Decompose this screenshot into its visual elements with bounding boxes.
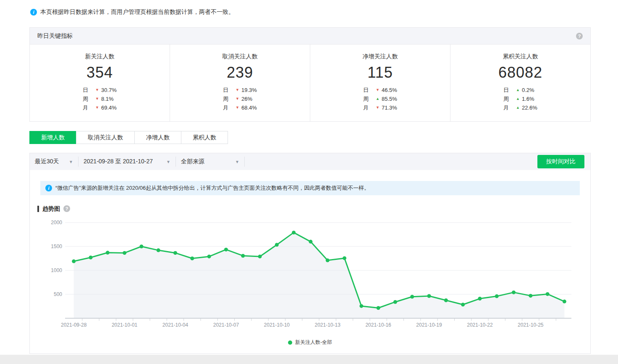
change-percent: 1.6% [522, 94, 534, 103]
data-point[interactable] [173, 251, 177, 255]
metric-change-row: 月 ▲ 22.6% [503, 103, 537, 112]
period-label: 月 [363, 103, 376, 112]
data-point[interactable] [427, 294, 431, 298]
data-point[interactable] [309, 240, 312, 244]
data-point[interactable] [157, 249, 160, 252]
period-label: 日 [83, 86, 95, 94]
data-point[interactable] [410, 295, 414, 299]
metric-change-row: 日 ▼ 30.7% [83, 86, 117, 94]
data-point[interactable] [207, 254, 211, 258]
help-icon[interactable]: ? [576, 33, 583, 39]
legend-dot-icon [288, 340, 292, 345]
data-point[interactable] [478, 297, 482, 301]
metric-change-row: 周 ▲ 85.5% [363, 94, 397, 103]
data-point[interactable] [258, 254, 262, 258]
tab-累积人数[interactable]: 累积人数 [181, 131, 228, 144]
x-axis-tick-label: 2021-10-01 [112, 322, 138, 328]
source-dropdown[interactable]: 全部来源 ▼ [176, 157, 245, 167]
legend-item[interactable]: 新关注人数-全部 [30, 339, 590, 346]
data-point[interactable] [123, 251, 126, 255]
compare-by-time-button[interactable]: 按时间对比 [537, 155, 584, 168]
help-icon[interactable]: ? [63, 205, 70, 212]
chevron-down-icon: ▼ [235, 160, 239, 164]
data-point[interactable] [377, 306, 380, 310]
trend-chart-title: 趋势图 [37, 206, 60, 212]
data-point[interactable] [190, 257, 194, 260]
data-point[interactable] [275, 243, 279, 247]
date-range-dropdown[interactable]: 2021-09-28 至 2021-10-27 ▼ [79, 157, 176, 167]
tab-取消关注人数[interactable]: 取消关注人数 [76, 131, 135, 144]
trend-line-chart: 5001000150020002021-09-282021-10-012021-… [30, 217, 590, 339]
data-point[interactable] [529, 294, 532, 298]
x-axis-tick-label: 2021-10-25 [518, 322, 544, 328]
period-label: 周 [363, 94, 376, 103]
data-point[interactable] [495, 294, 499, 298]
change-percent: 19.3% [241, 86, 257, 94]
data-point[interactable] [292, 230, 296, 234]
down-arrow-icon: ▼ [95, 94, 99, 103]
tab-净增人数[interactable]: 净增人数 [134, 131, 181, 144]
wechat-ad-notice: i “微信广告”来源的新增关注在 2020/06起从其他中拆分给出，计算方式与广… [40, 181, 580, 195]
x-axis-tick-label: 2021-10-04 [162, 322, 189, 328]
change-percent: 8.1% [101, 94, 114, 103]
metric-card: 新关注人数 354 日 ▼ 30.7% 周 ▼ 8.1% 月 ▼ 69.4% [30, 45, 170, 121]
notice-text: “微信广告”来源的新增关注在 2020/06起从其他中拆分给出，计算方式与广告主… [55, 184, 369, 192]
change-percent: 0.2% [522, 86, 534, 94]
down-arrow-icon: ▼ [95, 86, 99, 94]
data-point[interactable] [72, 259, 76, 263]
metric-change-row: 日 ▲ 0.2% [503, 86, 537, 94]
series-area-fill [74, 233, 565, 318]
tab-新增人数[interactable]: 新增人数 [29, 131, 76, 144]
data-point[interactable] [359, 304, 363, 308]
data-point[interactable] [563, 300, 566, 304]
footer-strip [0, 355, 618, 364]
data-point[interactable] [89, 256, 93, 259]
period-label: 月 [83, 103, 95, 112]
data-point[interactable] [106, 251, 110, 254]
down-arrow-icon: ▼ [95, 103, 99, 112]
y-axis-tick-label: 500 [54, 291, 62, 297]
period-label: 周 [83, 94, 95, 103]
metric-change-row: 月 ▼ 68.4% [223, 103, 257, 112]
y-axis-tick-label: 1500 [51, 244, 62, 249]
x-axis-tick-label: 2021-09-28 [61, 322, 87, 328]
chevron-down-icon: ▼ [166, 160, 170, 164]
up-arrow-icon: ▲ [516, 94, 520, 103]
data-point[interactable] [326, 259, 330, 262]
data-point[interactable] [343, 256, 346, 260]
up-arrow-icon: ▲ [516, 86, 520, 94]
period-label: 月 [223, 103, 236, 112]
down-arrow-icon: ▼ [236, 94, 239, 103]
data-point[interactable] [512, 291, 516, 294]
page: i 本页根据昨日数据来计算，而用户管理页根据当前数据计算，两者不一致。 昨日关键… [0, 0, 618, 364]
x-axis-tick-label: 2021-10-16 [365, 322, 391, 328]
data-point[interactable] [393, 300, 397, 304]
change-percent: 22.6% [522, 103, 537, 112]
period-label: 月 [503, 103, 516, 112]
panel-title: 昨日关键指标 [37, 32, 73, 40]
metric-change-row: 周 ▼ 26% [223, 94, 257, 103]
period-label: 日 [363, 86, 376, 94]
data-point[interactable] [241, 254, 245, 258]
change-percent: 68.4% [241, 103, 257, 112]
range-dropdown[interactable]: 最近30天 ▼ [30, 157, 79, 167]
data-point[interactable] [461, 303, 465, 306]
metric-change-row: 日 ▼ 46.5% [363, 86, 397, 94]
data-point[interactable] [444, 299, 448, 302]
data-point[interactable] [139, 245, 143, 249]
metric-value: 354 [30, 64, 170, 81]
legend-label: 新关注人数-全部 [295, 339, 332, 346]
data-point[interactable] [546, 292, 550, 296]
period-label: 日 [223, 86, 236, 94]
period-label: 日 [503, 86, 516, 94]
down-arrow-icon: ▼ [236, 103, 239, 112]
metric-label: 净增关注人数 [310, 53, 450, 60]
source-dropdown-label: 全部来源 [181, 158, 204, 165]
x-axis-tick-label: 2021-10-07 [213, 322, 239, 328]
metric-change-row: 月 ▼ 71.3% [363, 103, 397, 112]
metric-card: 取消关注人数 239 日 ▼ 19.3% 周 ▼ 26% 月 ▼ 68.4% [170, 45, 310, 121]
yesterday-metrics-panel: 昨日关键指标 ? 新关注人数 354 日 ▼ 30.7% 周 ▼ 8.1% 月 … [29, 27, 591, 122]
change-percent: 69.4% [101, 103, 117, 112]
data-point[interactable] [224, 248, 228, 251]
date-range-label: 2021-09-28 至 2021-10-27 [84, 158, 153, 165]
